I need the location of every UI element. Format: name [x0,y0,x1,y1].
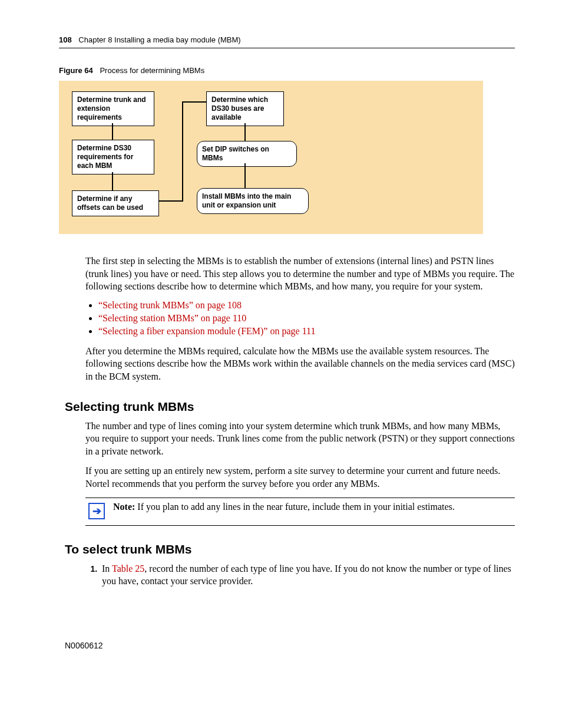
arrow-icon: ➔ [88,503,105,519]
chapter-title: Chapter 8 Installing a media bay module … [78,35,240,44]
flow-box-dip-switches: Set DIP switches on MBMs [197,141,297,167]
section1-p1: The number and type of lines coming into… [85,420,515,458]
link-list: “Selecting trunk MBMs” on page 108 “Sele… [85,300,515,337]
page-header: 108 Chapter 8 Installing a media bay mod… [59,35,515,48]
intro-paragraph-1: The first step in selecting the MBMs is … [85,255,515,293]
link-table-25[interactable]: Table 25 [112,564,144,574]
flow-box-ds30-buses: Determine which DS30 buses are available [206,91,284,126]
note-block: ➔ Note: If you plan to add any lines in … [85,498,515,526]
section1-p2: If you are setting up an entirely new sy… [85,465,515,490]
steps-list: In Table 25, record the number of each t… [85,562,515,588]
flowchart: Determine trunk and extension requiremen… [59,81,483,234]
figure-label: Figure 64 [59,66,93,75]
list-item: “Selecting a fiber expansion module (FEM… [98,326,515,337]
document-id: N0060612 [65,641,515,650]
link-fem[interactable]: “Selecting a fiber expansion module (FEM… [98,326,315,336]
list-item: “Selecting station MBMs” on page 110 [98,313,515,324]
step-text-rest: , record the number of each type of line… [102,564,511,587]
list-item: “Selecting trunk MBMs” on page 108 [98,300,515,311]
flow-box-install: Install MBMs into the main unit or expan… [197,188,309,214]
figure-caption: Figure 64 Process for determining MBMs [59,66,515,75]
flow-box-offsets: Determine if any offsets can be used [72,190,159,216]
note-text: Note: If you plan to add any lines in th… [113,502,512,512]
page-number: 108 [59,35,72,44]
figure-title: Process for determining MBMs [100,66,204,75]
note-label: Note: [113,502,135,512]
link-trunk-mbms[interactable]: “Selecting trunk MBMs” on page 108 [98,300,242,310]
flow-box-ds30-req: Determine DS30 requirements for each MBM [72,140,154,174]
step-text-prefix: In [102,564,112,574]
link-station-mbms[interactable]: “Selecting station MBMs” on page 110 [98,313,246,323]
intro-paragraph-2: After you determine the MBMs required, c… [85,345,515,383]
note-body: If you plan to add any lines in the near… [135,502,455,512]
flow-box-trunk-ext: Determine trunk and extension requiremen… [72,91,154,126]
step-1: In Table 25, record the number of each t… [100,562,515,588]
section-heading-selecting-trunk: Selecting trunk MBMs [65,400,515,414]
section-heading-to-select: To select trunk MBMs [65,542,515,556]
